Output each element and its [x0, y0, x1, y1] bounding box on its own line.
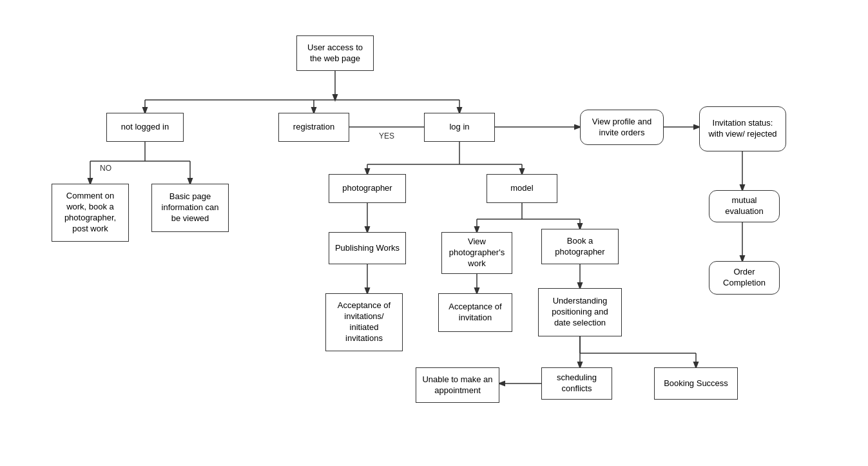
node-scheduling: scheduling conflicts: [541, 367, 612, 400]
node-order_complete: Order Completion: [709, 261, 780, 295]
flowchart-diagram: NO YES: [0, 0, 868, 466]
node-login: log in: [424, 113, 495, 142]
node-invitation_status: Invitation status: with view/ rejected: [699, 106, 786, 151]
node-unable: Unable to make an appointment: [416, 367, 499, 403]
node-view_profile: View profile and invite orders: [580, 110, 664, 145]
node-registration: registration: [278, 113, 349, 142]
node-mutual_eval: mutual evaluation: [709, 190, 780, 222]
yes-label: YES: [379, 131, 394, 141]
node-booking_success: Booking Success: [654, 367, 738, 400]
node-comment: Comment on work, book a photographer, po…: [52, 184, 129, 242]
node-understanding: Understanding positioning and date selec…: [538, 288, 622, 336]
node-user_access: User access to the web page: [296, 35, 374, 71]
node-basic_page: Basic page information can be viewed: [151, 184, 229, 232]
no-label: NO: [100, 164, 111, 173]
node-model: model: [487, 174, 557, 203]
node-acceptance_inv: Acceptance of invitations/ initiated inv…: [325, 293, 403, 351]
node-book_photographer: Book a photographer: [541, 229, 619, 264]
node-not_logged: not logged in: [106, 113, 184, 142]
node-publishing: Publishing Works: [329, 232, 406, 264]
node-photographer: photographer: [329, 174, 406, 203]
node-view_photo_work: View photographer's work: [441, 232, 512, 274]
node-acceptance_inv2: Acceptance of invitation: [438, 293, 512, 332]
